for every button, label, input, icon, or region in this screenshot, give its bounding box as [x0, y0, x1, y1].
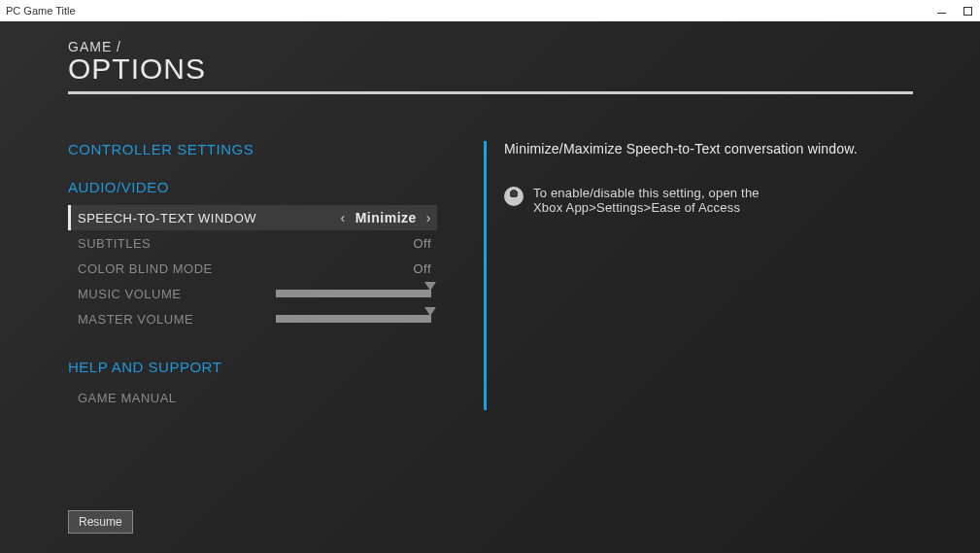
option-value: Off [413, 236, 431, 251]
xbox-icon [504, 187, 524, 206]
maximize-icon[interactable] [963, 7, 972, 16]
option-label: MASTER VOLUME [78, 312, 193, 327]
option-label: SPEECH-TO-TEXT WINDOW [78, 211, 256, 225]
option-game-manual[interactable]: GAME MANUAL [68, 385, 437, 410]
section-help-support: HELP AND SUPPORT [68, 359, 437, 375]
option-detail-panel: Minimize/Maximize Speech-to-Text convers… [484, 141, 901, 410]
option-subtitles[interactable]: SUBTITLES Off [68, 230, 437, 256]
option-label: SUBTITLES [78, 236, 151, 251]
option-speech-to-text-window[interactable]: SPEECH-TO-TEXT WINDOW ‹ Minimize › [68, 205, 437, 230]
section-controller-settings[interactable]: CONTROLLER SETTINGS [68, 141, 437, 157]
window-titlebar: PC Game Title [0, 0, 980, 21]
options-menu: CONTROLLER SETTINGS AUDIO/VIDEO SPEECH-T… [68, 141, 437, 410]
option-label: MUSIC VOLUME [78, 287, 181, 301]
slider-handle-icon[interactable] [424, 282, 436, 291]
game-viewport: GAME / OPTIONS CONTROLLER SETTINGS AUDIO… [0, 21, 980, 553]
option-master-volume[interactable]: MASTER VOLUME [68, 306, 437, 331]
slider-handle-icon[interactable] [424, 307, 436, 316]
option-label: COLOR BLIND MODE [78, 261, 213, 276]
page-title: OPTIONS [68, 52, 931, 86]
minimize-icon[interactable] [937, 13, 946, 14]
option-color-blind-mode[interactable]: COLOR BLIND MODE Off [68, 256, 437, 281]
option-music-volume[interactable]: MUSIC VOLUME [68, 281, 437, 306]
hint-line-1: To enable/disable this setting, open the [533, 186, 760, 200]
detail-description: Minimize/Maximize Speech-to-Text convers… [504, 141, 901, 156]
hint-line-2: Xbox App>Settings>Ease of Access [533, 200, 760, 215]
slider-track[interactable] [276, 315, 431, 323]
resume-button[interactable]: Resume [68, 510, 133, 534]
window-controls [937, 7, 972, 16]
window-title: PC Game Title [6, 5, 76, 17]
detail-hint: To enable/disable this setting, open the… [504, 186, 901, 215]
option-value: Off [413, 261, 431, 276]
slider-track[interactable] [276, 290, 431, 297]
option-value: Minimize [355, 210, 417, 225]
chevron-left-icon[interactable]: ‹ [341, 210, 346, 225]
chevron-right-icon[interactable]: › [426, 210, 431, 225]
section-audio-video: AUDIO/VIDEO [68, 179, 437, 195]
header-divider [68, 91, 913, 94]
option-label: GAME MANUAL [78, 391, 177, 405]
